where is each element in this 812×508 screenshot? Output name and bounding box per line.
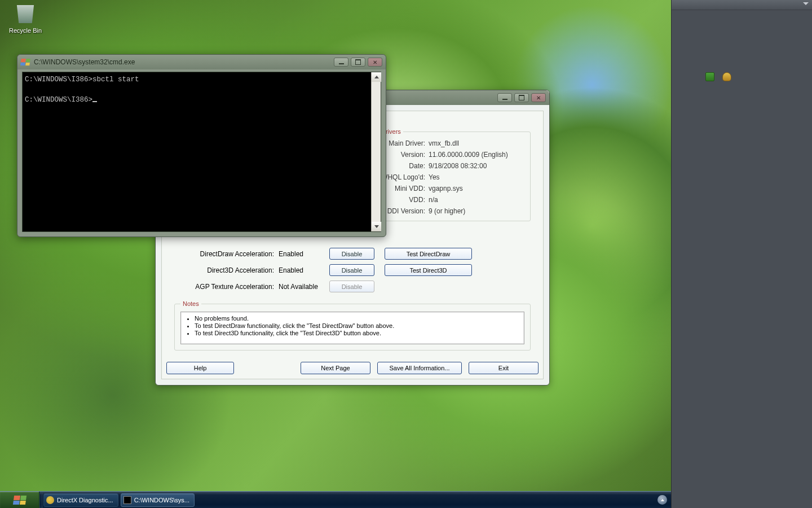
date-value: 9/18/2008 08:32:00 (429, 162, 524, 170)
tray-key-icon[interactable] (722, 72, 731, 81)
ddi-label: DDI Version: (379, 207, 429, 215)
close-button[interactable] (531, 93, 546, 102)
agp-accel-label: AGP Texture Acceleration: (174, 283, 279, 291)
dxdiag-icon (46, 496, 54, 504)
drivers-group: Drivers Main Driver: vmx_fb.dll Version:… (373, 128, 531, 221)
recycle-bin[interactable]: Recycle Bin (6, 2, 45, 34)
d3d-accel-label: Direct3D Acceleration: (174, 266, 279, 274)
cursor-icon (92, 101, 97, 102)
vdd-value: n/a (429, 196, 524, 204)
cmd-icon (123, 496, 131, 504)
whql-value: Yes (429, 173, 524, 181)
next-page-button[interactable]: Next Page (301, 362, 370, 374)
cmd-client-area[interactable]: C:\WINDOWS\I386>sbctl start C:\WINDOWS\I… (22, 72, 381, 232)
vdd-label: VDD: (379, 196, 429, 204)
note-item: To test DirectDraw functionality, click … (195, 322, 520, 329)
windows-flag-icon (20, 59, 30, 65)
minimize-button[interactable] (497, 93, 512, 102)
directx-features: DirectDraw Acceleration: Enabled Disable… (174, 246, 531, 295)
cmd-titlebar[interactable]: C:\WINDOWS\system32\cmd.exe (17, 55, 386, 69)
exit-button[interactable]: Exit (469, 362, 539, 374)
ddraw-accel-value: Enabled (279, 250, 329, 258)
chevron-down-icon (803, 2, 809, 5)
taskbar-item-label: DirectX Diagnostic... (57, 497, 113, 503)
taskbar-separator (39, 492, 42, 509)
scroll-down-button[interactable] (372, 222, 381, 231)
maximize-button[interactable] (514, 93, 529, 102)
d3d-disable-button[interactable]: Disable (329, 264, 374, 276)
help-button[interactable]: Help (166, 362, 234, 374)
test-directdraw-button[interactable]: Test DirectDraw (385, 248, 472, 260)
d3d-accel-value: Enabled (279, 266, 329, 274)
close-button[interactable] (368, 58, 382, 67)
ddraw-disable-button[interactable]: Disable (329, 248, 374, 260)
cmd-title: C:\WINDOWS\system32\cmd.exe (34, 58, 135, 66)
note-item: To test Direct3D functionality, click th… (195, 330, 520, 336)
scroll-up-button[interactable] (372, 72, 381, 82)
date-label: Date: (379, 162, 429, 170)
notes-text: No problems found. To test DirectDraw fu… (180, 312, 524, 344)
ddi-value: 9 (or higher) (429, 207, 524, 215)
minivdd-label: Mini VDD: (379, 185, 429, 192)
version-label: Version: (379, 151, 429, 159)
taskbar-item-dxdiag[interactable]: DirectX Diagnostic... (43, 493, 118, 507)
taskbar-expand-button[interactable] (657, 495, 667, 505)
test-direct3d-button[interactable]: Test Direct3D (385, 264, 472, 276)
taskbar-item-label: C:\WINDOWS\sys... (134, 497, 189, 503)
recycle-bin-icon (14, 2, 37, 26)
main-driver-label: Main Driver: (379, 139, 429, 147)
windows-flag-icon (12, 496, 26, 505)
maximize-button[interactable] (351, 58, 365, 67)
notes-group: Notes No problems found. To test DirectD… (174, 300, 531, 351)
cmd-window: C:\WINDOWS\system32\cmd.exe C:\WINDOWS\I… (17, 54, 386, 237)
recycle-bin-label: Recycle Bin (6, 27, 45, 34)
side-panel (671, 0, 812, 508)
whql-label: WHQL Logo'd: (379, 173, 429, 181)
taskbar: DirectX Diagnostic... C:\WINDOWS\sys... (0, 491, 671, 508)
tray-network-icon[interactable] (705, 72, 714, 81)
dxdiag-bottom-buttons: Help Next Page Save All Information... E… (166, 362, 539, 374)
main-driver-value: vmx_fb.dll (429, 139, 524, 147)
cmd-scrollbar[interactable] (371, 72, 381, 231)
minivdd-value: vgapnp.sys (429, 185, 524, 192)
notes-legend: Notes (180, 300, 201, 307)
agp-accel-value: Not Available (279, 283, 329, 291)
save-all-button[interactable]: Save All Information... (377, 362, 462, 374)
side-panel-topbar[interactable] (672, 0, 812, 10)
note-item: No problems found. (195, 315, 520, 322)
minimize-button[interactable] (334, 58, 348, 67)
taskbar-item-cmd[interactable]: C:\WINDOWS\sys... (121, 493, 195, 507)
agp-disable-button: Disable (329, 281, 374, 292)
cmd-output: C:\WINDOWS\I386>sbctl start C:\WINDOWS\I… (25, 75, 370, 105)
version-value: 11.06.0000.0009 (English) (429, 151, 524, 159)
ddraw-accel-label: DirectDraw Acceleration: (174, 250, 279, 258)
start-button[interactable] (0, 492, 39, 509)
